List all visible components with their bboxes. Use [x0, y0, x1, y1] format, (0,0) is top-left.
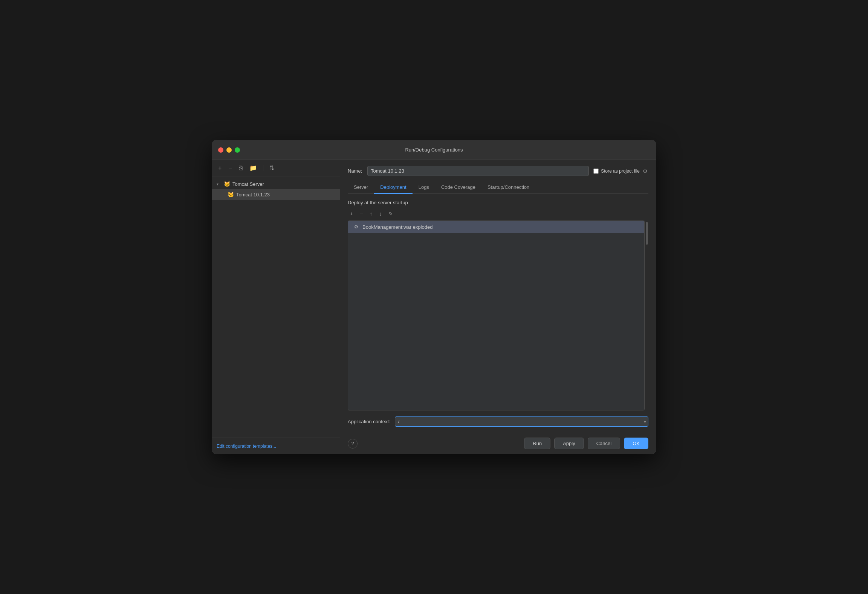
close-button[interactable] — [218, 147, 223, 153]
deploy-up-button[interactable]: ↑ — [367, 209, 374, 218]
deploy-toolbar: + − ↑ ↓ ✎ — [348, 209, 648, 218]
help-button[interactable]: ? — [348, 439, 358, 449]
name-label: Name: — [348, 168, 363, 174]
store-project-checkbox[interactable] — [593, 168, 599, 174]
app-context-row: Application context: ▾ — [348, 416, 648, 427]
deployment-section: Deploy at the server startup + − ↑ ↓ ✎ ⚙… — [348, 200, 648, 427]
deploy-list: ⚙ BookManagement:war exploded — [348, 220, 645, 410]
config-tabs: Server Deployment Logs Code Coverage Sta… — [348, 181, 648, 194]
chevron-down-icon: ▾ — [217, 182, 221, 186]
app-context-input-wrap: ▾ — [395, 416, 648, 427]
deploy-down-button[interactable]: ↓ — [377, 209, 384, 218]
tomcat-server-label: Tomcat Server — [232, 181, 264, 187]
traffic-lights — [218, 147, 240, 153]
bottom-actions: Run Apply Cancel OK — [524, 438, 648, 449]
edit-templates-link[interactable]: Edit configuration templates... — [217, 444, 276, 449]
add-config-button[interactable]: + — [217, 164, 223, 172]
sidebar-tree: ▾ 🐱 Tomcat Server 🐱 Tomcat 10.1.23 — [212, 176, 340, 438]
app-context-input[interactable] — [395, 416, 648, 427]
tab-startup-connection[interactable]: Startup/Connection — [481, 181, 535, 194]
copy-config-button[interactable]: ⎘ — [237, 164, 244, 172]
apply-button[interactable]: Apply — [554, 438, 584, 449]
deploy-item[interactable]: ⚙ BookManagement:war exploded — [348, 221, 644, 233]
content-area: Name: Store as project file ⚙ Server Dep… — [340, 160, 656, 454]
deploy-item-icon: ⚙ — [353, 224, 359, 230]
remove-config-button[interactable]: − — [227, 164, 233, 172]
tomcat-icon: 🐱 — [223, 181, 230, 187]
bottom-bar: ? Run Apply Cancel OK — [340, 433, 656, 454]
cancel-button[interactable]: Cancel — [588, 438, 620, 449]
scrollbar[interactable] — [645, 220, 648, 410]
sidebar: + − ⎘ 📁 ⇅ ▾ 🐱 Tomcat Server 🐱 Tomcat 10. — [212, 160, 340, 454]
ok-button[interactable]: OK — [624, 438, 648, 449]
titlebar: Run/Debug Configurations — [212, 140, 656, 160]
tomcat-instance-label: Tomcat 10.1.23 — [236, 192, 270, 197]
deploy-section-title: Deploy at the server startup — [348, 200, 648, 205]
tomcat-instance-item[interactable]: 🐱 Tomcat 10.1.23 — [212, 189, 340, 200]
tomcat-server-header[interactable]: ▾ 🐱 Tomcat Server — [212, 179, 340, 189]
config-name-input[interactable] — [367, 166, 589, 176]
maximize-button[interactable] — [235, 147, 240, 153]
store-project-label: Store as project file — [601, 168, 640, 174]
deploy-remove-button[interactable]: − — [358, 209, 365, 218]
tab-deployment[interactable]: Deployment — [374, 181, 412, 194]
scrollbar-thumb — [646, 222, 648, 245]
minimize-button[interactable] — [226, 147, 232, 153]
name-row: Name: Store as project file ⚙ — [348, 166, 648, 176]
toolbar-divider — [263, 165, 263, 171]
move-to-folder-button[interactable]: 📁 — [248, 164, 258, 172]
run-debug-dialog: Run/Debug Configurations + − ⎘ 📁 ⇅ ▾ 🐱 T… — [212, 140, 656, 454]
deploy-item-label: BookManagement:war exploded — [362, 224, 432, 230]
deploy-list-area: ⚙ BookManagement:war exploded — [348, 220, 648, 410]
sort-button[interactable]: ⇅ — [268, 164, 276, 172]
store-project-row: Store as project file ⚙ — [593, 167, 648, 175]
sidebar-toolbar: + − ⎘ 📁 ⇅ — [212, 160, 340, 176]
config-panel: Name: Store as project file ⚙ Server Dep… — [340, 160, 656, 433]
deploy-edit-button[interactable]: ✎ — [386, 209, 395, 218]
app-context-label: Application context: — [348, 419, 390, 424]
gear-button[interactable]: ⚙ — [642, 167, 648, 175]
run-button[interactable]: Run — [524, 438, 550, 449]
window-title: Run/Debug Configurations — [405, 147, 463, 153]
main-content: + − ⎘ 📁 ⇅ ▾ 🐱 Tomcat Server 🐱 Tomcat 10. — [212, 160, 656, 454]
tomcat-instance-icon: 🐱 — [227, 191, 234, 198]
sidebar-footer: Edit configuration templates... — [212, 438, 340, 454]
tab-server[interactable]: Server — [348, 181, 374, 194]
tomcat-server-group: ▾ 🐱 Tomcat Server 🐱 Tomcat 10.1.23 — [212, 179, 340, 200]
tab-logs[interactable]: Logs — [413, 181, 435, 194]
deploy-add-button[interactable]: + — [348, 209, 355, 218]
tab-code-coverage[interactable]: Code Coverage — [435, 181, 481, 194]
